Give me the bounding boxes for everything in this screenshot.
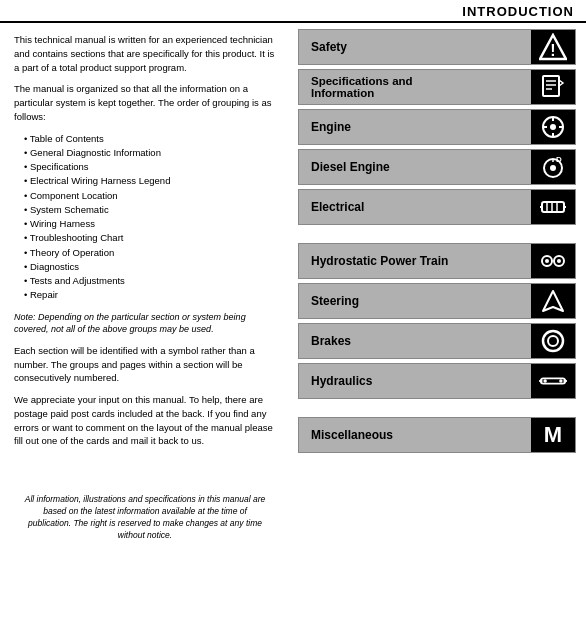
svg-point-23	[545, 259, 549, 263]
bullet-item: Table of Contents	[24, 132, 276, 146]
bullet-item: Tests and Adjustments	[24, 274, 276, 288]
section-btn-diesel[interactable]: Diesel Engine D	[298, 149, 576, 185]
intro-para3: Each section will be identified with a s…	[14, 344, 276, 385]
section-icon-engine	[531, 110, 575, 144]
bullet-item: Diagnostics	[24, 260, 276, 274]
section-btn-steering[interactable]: Steering	[298, 283, 576, 319]
brakes-icon	[539, 327, 567, 355]
section-label-diesel: Diesel Engine	[299, 160, 531, 174]
bullet-item: Wiring Harness	[24, 217, 276, 231]
bullet-list: Table of ContentsGeneral Diagnostic Info…	[24, 132, 276, 303]
svg-rect-16	[542, 202, 564, 212]
section-btn-specifications[interactable]: Specifications andInformation	[298, 69, 576, 105]
warning-icon: !	[539, 33, 567, 61]
svg-rect-2	[543, 76, 559, 96]
main-content: This technical manual is written for an …	[0, 23, 586, 625]
section-btn-brakes[interactable]: Brakes	[298, 323, 576, 359]
misc-letter: M	[544, 422, 562, 448]
svg-point-30	[559, 379, 563, 383]
section-icon-safety: !	[531, 30, 575, 64]
section-icon-brakes	[531, 324, 575, 358]
engine-icon	[539, 113, 567, 141]
bullet-item: Troubleshooting Chart	[24, 231, 276, 245]
bullet-item: General Diagnostic Information	[24, 146, 276, 160]
section-icon-hydraulics	[531, 364, 575, 398]
intro-para2: The manual is organized so that all the …	[14, 82, 276, 123]
diesel-icon: D	[539, 153, 567, 181]
section-btn-engine[interactable]: Engine	[298, 109, 576, 145]
svg-text:!: !	[550, 42, 555, 59]
bullet-item: System Schematic	[24, 203, 276, 217]
page-title: INTRODUCTION	[462, 4, 574, 19]
section-icon-diesel: D	[531, 150, 575, 184]
bullet-item: Component Location	[24, 189, 276, 203]
section-icon-miscellaneous: M	[531, 418, 575, 452]
section-label-steering: Steering	[299, 294, 531, 308]
section-label-engine: Engine	[299, 120, 531, 134]
book-icon	[539, 73, 567, 101]
steering-icon	[539, 287, 567, 315]
spacer2	[298, 403, 576, 417]
section-btn-hydrostatic[interactable]: Hydrostatic Power Train	[298, 243, 576, 279]
section-btn-safety[interactable]: Safety !	[298, 29, 576, 65]
bullet-item: Repair	[24, 288, 276, 302]
bullet-item: Theory of Operation	[24, 246, 276, 260]
section-btn-miscellaneous[interactable]: Miscellaneous M	[298, 417, 576, 453]
header: INTRODUCTION	[0, 0, 586, 23]
svg-point-13	[550, 165, 556, 171]
right-column: Safety ! Specifications andInformation	[290, 23, 586, 625]
svg-point-27	[548, 336, 558, 346]
hydraulics-icon	[539, 367, 567, 395]
bullet-item: Specifications	[24, 160, 276, 174]
section-label-brakes: Brakes	[299, 334, 531, 348]
section-label-electrical: Electrical	[299, 200, 531, 214]
svg-point-26	[543, 331, 563, 351]
bullet-item: Electrical Wiring Harness Legend	[24, 174, 276, 188]
intro-para4: We appreciate your input on this manual.…	[14, 393, 276, 448]
left-column: This technical manual is written for an …	[0, 23, 290, 625]
section-icon-specifications	[531, 70, 575, 104]
section-label-specifications: Specifications andInformation	[299, 75, 531, 99]
intro-para1: This technical manual is written for an …	[14, 33, 276, 74]
section-icon-hydrostatic	[531, 244, 575, 278]
section-label-hydrostatic: Hydrostatic Power Train	[299, 254, 531, 268]
section-btn-electrical[interactable]: Electrical	[298, 189, 576, 225]
section-icon-electrical	[531, 190, 575, 224]
svg-text:D: D	[556, 155, 562, 164]
footer-note: All information, illustrations and speci…	[14, 494, 276, 542]
note-text: Note: Depending on the particular sectio…	[14, 311, 276, 336]
section-btn-hydraulics[interactable]: Hydraulics	[298, 363, 576, 399]
spacer1	[298, 229, 576, 243]
section-label-hydraulics: Hydraulics	[299, 374, 531, 388]
section-label-miscellaneous: Miscellaneous	[299, 428, 531, 442]
svg-point-7	[550, 124, 556, 130]
section-icon-steering	[531, 284, 575, 318]
section-label-safety: Safety	[299, 40, 531, 54]
hydrostatic-icon	[539, 247, 567, 275]
page-container: INTRODUCTION This technical manual is wr…	[0, 0, 586, 625]
svg-point-29	[543, 379, 547, 383]
svg-point-25	[557, 259, 561, 263]
electrical-icon	[539, 193, 567, 221]
